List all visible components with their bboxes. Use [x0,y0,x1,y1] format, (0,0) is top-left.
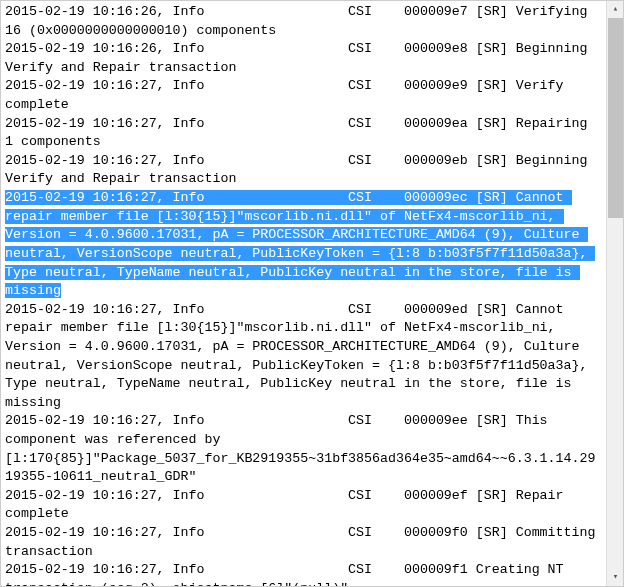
log-line[interactable]: 2015-02-19 10:16:27, Info CSI 000009f1 C… [5,562,572,586]
log-line[interactable]: 2015-02-19 10:16:27, Info CSI 000009eb [… [5,153,595,187]
scroll-track[interactable] [607,18,624,569]
log-line[interactable]: 2015-02-19 10:16:27, Info CSI 000009f0 [… [5,525,603,559]
log-line[interactable]: 2015-02-19 10:16:27, Info CSI 000009ee [… [5,413,595,484]
log-line[interactable]: 2015-02-19 10:16:27, Info CSI 000009ed [… [5,302,595,410]
vertical-scrollbar[interactable]: ▴ ▾ [606,1,623,586]
log-line[interactable]: 2015-02-19 10:16:26, Info CSI 000009e8 [… [5,41,595,75]
scroll-thumb[interactable] [608,18,623,218]
log-line[interactable]: 2015-02-19 10:16:27, Info CSI 000009ea [… [5,116,595,150]
scroll-up-arrow[interactable]: ▴ [607,1,624,18]
log-line[interactable]: 2015-02-19 10:16:27, Info CSI 000009ef [… [5,488,572,522]
log-line[interactable]: 2015-02-19 10:16:27, Info CSI 000009ec [… [5,190,595,298]
log-viewport[interactable]: 2015-02-19 10:16:26, Info CSI 000009e7 [… [1,1,605,586]
log-line[interactable]: 2015-02-19 10:16:27, Info CSI 000009e9 [… [5,78,572,112]
scroll-down-arrow[interactable]: ▾ [607,569,624,586]
log-line[interactable]: 2015-02-19 10:16:26, Info CSI 000009e7 [… [5,4,595,38]
